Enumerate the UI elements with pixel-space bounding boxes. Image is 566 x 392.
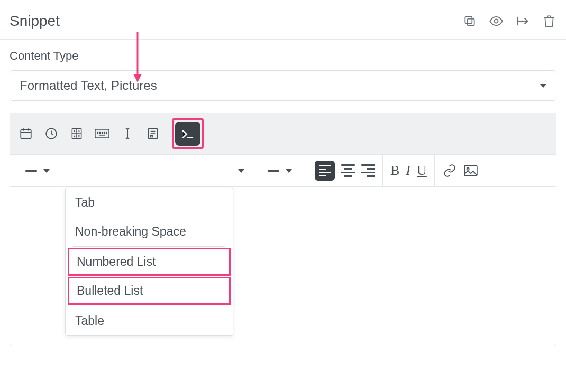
content-type-select[interactable]: Formatted Text, Pictures — [10, 70, 556, 101]
svg-point-28 — [102, 132, 102, 132]
toolbar-insert-row — [10, 113, 556, 154]
svg-point-26 — [97, 132, 98, 132]
duplicate-icon[interactable] — [462, 14, 477, 29]
svg-point-43 — [467, 168, 469, 170]
image-icon[interactable] — [463, 163, 478, 178]
alignment-cell — [307, 155, 383, 186]
svg-point-27 — [99, 132, 100, 132]
underline-button[interactable]: U — [417, 163, 427, 179]
svg-point-31 — [97, 133, 98, 134]
chevron-down-icon — [540, 84, 546, 88]
panel-title: Snippet — [10, 13, 60, 30]
text-cursor-icon[interactable] — [120, 126, 135, 141]
minus-icon — [25, 170, 37, 172]
align-left-active-icon[interactable] — [315, 161, 335, 181]
dropdown-separator — [73, 246, 225, 247]
dropdown-item-tab[interactable]: Tab — [66, 188, 233, 217]
date-icon[interactable] — [19, 126, 33, 141]
align-right-icon[interactable] — [361, 164, 375, 178]
chevron-down-icon — [238, 169, 244, 173]
italic-button[interactable]: I — [406, 163, 410, 179]
insert-dropdown: Tab Non-breaking Space Numbered List Bul… — [65, 188, 233, 336]
header-actions — [462, 14, 556, 29]
svg-rect-42 — [464, 165, 477, 175]
svg-point-32 — [99, 133, 100, 134]
svg-rect-0 — [468, 19, 474, 26]
minus-icon — [268, 170, 279, 172]
preview-eye-icon[interactable] — [489, 14, 504, 29]
align-center-icon[interactable] — [341, 164, 355, 178]
keyboard-icon[interactable] — [95, 126, 109, 141]
size-cell[interactable] — [252, 155, 307, 186]
chevron-down-icon — [286, 169, 292, 173]
bold-button[interactable]: B — [390, 163, 399, 179]
dropdown-item-nbsp[interactable]: Non-breaking Space — [66, 217, 233, 246]
dropdown-item-table[interactable]: Table — [66, 306, 233, 335]
dropdown-item-bulleted-list[interactable]: Bulleted List — [68, 277, 231, 305]
svg-rect-7 — [21, 129, 31, 138]
svg-point-33 — [102, 133, 102, 134]
chevron-down-icon — [43, 169, 50, 173]
content-type-label: Content Type — [10, 49, 556, 63]
svg-point-2 — [495, 20, 498, 23]
time-icon[interactable] — [44, 126, 59, 141]
link-icon[interactable] — [442, 163, 457, 178]
panel-header: Snippet — [0, 0, 566, 40]
font-cell[interactable] — [65, 155, 252, 186]
export-arrow-icon[interactable] — [515, 14, 530, 29]
calculator-icon[interactable] — [69, 126, 84, 141]
content-type-value: Formatted Text, Pictures — [20, 78, 157, 93]
delete-trash-icon[interactable] — [542, 14, 556, 29]
dropdown-item-numbered-list[interactable]: Numbered List — [68, 248, 231, 276]
svg-point-30 — [106, 132, 106, 132]
svg-point-29 — [104, 132, 104, 132]
text-format-cell: B I U — [383, 155, 435, 186]
svg-point-35 — [106, 133, 106, 134]
svg-point-34 — [104, 133, 104, 134]
toolbar-format-row: B I U Tab Non-breaking Space Numbered Li… — [10, 154, 556, 187]
insert-media-cell — [435, 155, 486, 186]
insert-special-button[interactable] — [175, 122, 200, 146]
editor: B I U Tab Non-breaking Space Numbered Li… — [10, 113, 556, 346]
form-icon[interactable] — [145, 126, 160, 141]
form-section: Content Type Formatted Text, Pictures — [0, 40, 566, 101]
style-cell[interactable] — [10, 155, 65, 186]
insert-menu-highlight — [172, 118, 204, 149]
svg-rect-1 — [465, 16, 472, 23]
svg-rect-40 — [151, 135, 153, 137]
